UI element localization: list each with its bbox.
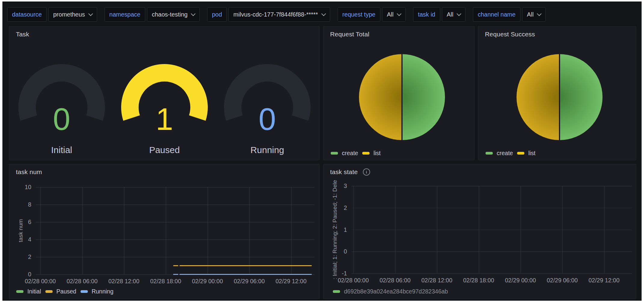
chevron-down-icon <box>321 11 326 16</box>
legend-label: Initial <box>27 288 41 295</box>
legend-color-dash <box>333 290 340 293</box>
legend-item[interactable]: Initial <box>16 288 41 295</box>
chevron-down-icon <box>537 11 542 16</box>
series-line-Paused <box>173 265 178 266</box>
grafana-dashboard: datasourceprometheusnamespacechaos-testi… <box>2 2 642 301</box>
legend-color-dash <box>486 152 493 155</box>
x-axis-tick: 02/28 06:00 <box>379 277 410 284</box>
legend-item[interactable]: list <box>517 150 535 157</box>
x-axis-tick: 02/28 12:00 <box>421 277 452 284</box>
legend-item[interactable]: d692b8e39a024ea284bce97d282346ab <box>333 288 448 295</box>
y-axis-tick: 6 <box>10 219 31 226</box>
gauge-running: 0Running <box>222 62 312 158</box>
x-axis-tick: 02/29 00:00 <box>192 278 223 285</box>
variable-label[interactable]: task id <box>413 7 440 22</box>
gridline-vertical <box>479 186 479 273</box>
chevron-down-icon <box>88 11 93 16</box>
legend-label: d692b8e39a024ea284bce97d282346ab <box>344 288 448 295</box>
legend-item[interactable]: Running <box>81 288 114 295</box>
legend-label: list <box>373 150 381 157</box>
gauge-label: Paused <box>119 145 210 155</box>
legend-item[interactable]: list <box>362 150 381 157</box>
variable-label[interactable]: datasource <box>7 7 47 22</box>
series-legend[interactable]: d692b8e39a024ea284bce97d282346ab <box>333 288 448 295</box>
legend-item[interactable]: Paused <box>45 288 76 295</box>
series-line-Running <box>173 274 178 275</box>
variable-value-text: milvus-cdc-177-7f844f6f88-***** <box>233 11 318 18</box>
legend-label: create <box>342 150 358 157</box>
legend-label: create <box>497 150 513 157</box>
gridline-horizontal <box>36 187 314 188</box>
variables-toolbar: datasourceprometheusnamespacechaos-testi… <box>7 7 553 22</box>
gridline-horizontal <box>36 222 314 223</box>
gauge-value: 1 <box>119 103 210 135</box>
gauge-paused: 1Paused <box>119 62 210 158</box>
x-axis-tick: 02/28 18:00 <box>463 277 494 284</box>
variable-value-dropdown[interactable]: All <box>382 7 406 22</box>
pie-chart-request-success <box>517 54 603 141</box>
gridline-vertical <box>40 187 41 274</box>
time-series-plot[interactable]: -1012302/28 00:0002/28 06:0002/28 12:000… <box>351 186 632 273</box>
panel-request-total: Request Total createlist <box>323 26 474 160</box>
gauge-label: Running <box>222 145 312 155</box>
pie-slice-list <box>517 54 560 140</box>
pie-slice-list <box>359 54 402 140</box>
variable-value-text: All <box>527 11 534 18</box>
series-legend[interactable]: InitialPausedRunning <box>16 288 113 295</box>
variable-value-text: prometheus <box>53 11 85 18</box>
variable-value-dropdown[interactable]: chaos-testing <box>147 7 200 22</box>
y-axis-tick: 8 <box>10 201 31 208</box>
time-series-plot[interactable]: 024681002/28 00:0002/28 06:0002/28 12:00… <box>36 187 314 274</box>
pie-slice-create <box>402 54 445 140</box>
legend-item[interactable]: create <box>331 150 358 157</box>
gridline-vertical <box>249 187 250 274</box>
variable-task-id: task idAll <box>413 7 465 22</box>
y-axis-tick: 4 <box>10 236 31 243</box>
info-icon[interactable]: i <box>363 168 370 176</box>
variable-label[interactable]: request type <box>338 7 380 22</box>
legend-color-dash <box>16 290 23 293</box>
variable-request-type: request typeAll <box>338 7 406 22</box>
panel-title-request-success: Request Success <box>485 31 535 38</box>
y-axis-tick: 2 <box>326 204 347 211</box>
variable-channel-name: channel nameAll <box>473 7 546 22</box>
chevron-down-icon <box>191 11 196 16</box>
variable-value-dropdown[interactable]: prometheus <box>48 7 97 22</box>
variable-value-dropdown[interactable]: milvus-cdc-177-7f844f6f88-***** <box>228 7 330 22</box>
gridline-horizontal <box>351 230 632 230</box>
gridline-vertical <box>124 187 124 274</box>
variable-datasource: datasourceprometheus <box>7 7 97 22</box>
legend-color-dash <box>362 152 370 155</box>
legend-color-dash <box>331 152 338 155</box>
pie-legend[interactable]: createlist <box>331 150 381 157</box>
variable-value-text: chaos-testing <box>152 11 188 18</box>
legend-color-dash <box>81 290 88 293</box>
variable-value-text: All <box>447 11 453 18</box>
variable-label[interactable]: pod <box>207 7 227 22</box>
gauge-label: Initial <box>17 145 107 155</box>
panel-task: Task 0Initial1Paused0Running <box>9 26 320 160</box>
gauge-initial: 0Initial <box>17 62 107 158</box>
legend-item[interactable]: create <box>486 150 513 157</box>
panel-title-task-state: task state i <box>330 168 370 176</box>
gridline-vertical <box>353 186 354 273</box>
variable-value-dropdown[interactable]: All <box>522 7 546 22</box>
gridline-horizontal <box>36 257 314 257</box>
variable-value-dropdown[interactable]: All <box>442 7 465 22</box>
panel-title-task-num: task num <box>16 168 42 176</box>
variable-label[interactable]: namespace <box>105 7 145 22</box>
panel-task-state: task state i : Initial; 1: Running; 2: P… <box>323 164 636 299</box>
series-line-Running <box>179 274 312 275</box>
x-axis-tick: 02/29 06:00 <box>234 278 265 285</box>
variable-value-text: All <box>387 11 394 18</box>
pie-legend[interactable]: createlist <box>486 150 535 157</box>
variable-namespace: namespacechaos-testing <box>105 7 200 22</box>
x-axis-tick: 02/28 00:00 <box>338 277 369 284</box>
x-axis-tick: 02/29 12:00 <box>275 278 306 285</box>
variable-label[interactable]: channel name <box>473 7 520 22</box>
gridline-vertical <box>604 186 605 273</box>
legend-color-dash <box>45 290 53 293</box>
series-line-Paused <box>179 265 312 266</box>
y-axis-tick: 1 <box>326 226 347 233</box>
gridline-horizontal <box>351 273 632 274</box>
